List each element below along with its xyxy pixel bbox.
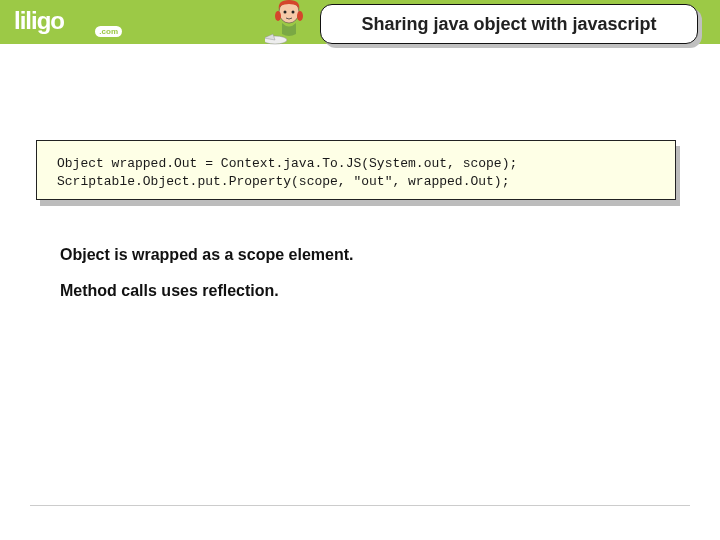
svg-point-1 — [275, 11, 281, 21]
body-text: Object is wrapped as a scope element. Me… — [60, 246, 660, 318]
logo: liligo .com — [6, 5, 130, 39]
slide-title: Sharing java object with javascript — [361, 14, 656, 35]
svg-point-2 — [297, 11, 303, 21]
header-band: liligo .com Sharing java object with jav… — [0, 0, 720, 44]
code-line-1: Object wrapped.Out = Context.java.To.JS(… — [57, 156, 517, 171]
logo-badge: .com — [95, 26, 122, 37]
code-content: Object wrapped.Out = Context.java.To.JS(… — [57, 155, 655, 190]
code-box: Object wrapped.Out = Context.java.To.JS(… — [36, 140, 676, 200]
cartoon-icon — [265, 0, 313, 48]
svg-point-4 — [292, 11, 295, 14]
footer-divider — [30, 505, 690, 506]
body-para-2: Method calls uses reflection. — [60, 282, 660, 300]
svg-point-3 — [284, 11, 287, 14]
code-line-2: Scriptable.Object.put.Property(scope, "o… — [57, 174, 509, 189]
slide-title-box: Sharing java object with javascript — [320, 4, 698, 44]
body-para-1: Object is wrapped as a scope element. — [60, 246, 660, 264]
